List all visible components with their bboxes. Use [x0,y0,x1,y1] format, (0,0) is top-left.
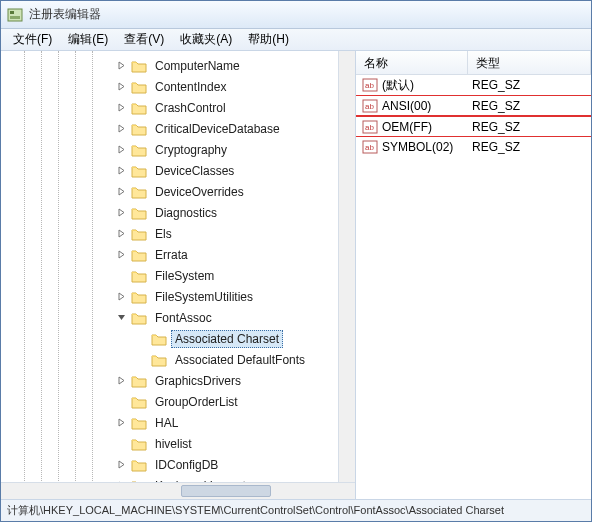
folder-icon [131,311,147,325]
chevron-right-icon[interactable] [116,144,127,155]
chevron-right-icon[interactable] [116,102,127,113]
svg-rect-2 [10,16,20,19]
chevron-right-icon[interactable] [116,459,127,470]
list-row[interactable]: abSYMBOL(02)REG_SZ [356,137,591,157]
chevron-right-icon [136,333,147,344]
tree-item-label: ContentIndex [151,78,230,96]
chevron-right-icon[interactable] [116,417,127,428]
string-value-icon: ab [362,98,378,114]
tree-item[interactable]: FileSystemUtilities [1,286,355,307]
chevron-right-icon [116,270,127,281]
folder-icon [151,332,167,346]
tree-item[interactable]: Cryptography [1,139,355,160]
chevron-right-icon[interactable] [116,123,127,134]
tree-item[interactable]: Errata [1,244,355,265]
tree-item-label: hivelist [151,435,196,453]
chevron-right-icon[interactable] [116,165,127,176]
chevron-right-icon[interactable] [116,228,127,239]
regedit-icon [7,7,23,23]
tree-item[interactable]: IDConfigDB [1,454,355,475]
list-body[interactable]: ab(默认)REG_SZabANSI(00)REG_SZabOEM(FF)REG… [356,75,591,499]
window-title: 注册表编辑器 [29,6,101,23]
chevron-right-icon[interactable] [116,207,127,218]
tree-item[interactable]: HAL [1,412,355,433]
list-row[interactable]: abANSI(00)REG_SZ [356,95,591,116]
string-value-icon: ab [362,139,378,155]
scrollbar-thumb[interactable] [181,485,271,497]
tree-item-label: CrashControl [151,99,230,117]
folder-icon [131,59,147,73]
tree-vscroll[interactable] [338,51,355,482]
chevron-right-icon[interactable] [116,375,127,386]
folder-icon [131,248,147,262]
tree-item[interactable]: DeviceOverrides [1,181,355,202]
menu-file[interactable]: 文件(F) [5,29,60,50]
tree-item[interactable]: Els [1,223,355,244]
chevron-right-icon[interactable] [116,60,127,71]
folder-icon [131,227,147,241]
chevron-right-icon[interactable] [116,81,127,92]
folder-icon [131,290,147,304]
svg-text:ab: ab [365,143,374,152]
value-type: REG_SZ [468,140,520,154]
tree-item-label: ComputerName [151,57,244,75]
tree-item[interactable]: ComputerName [1,55,355,76]
folder-icon [131,206,147,220]
value-type: REG_SZ [468,120,520,134]
tree-item[interactable]: FontAssoc [1,307,355,328]
value-name: (默认) [382,77,468,94]
tree-item-label: HAL [151,414,182,432]
tree-hscroll[interactable] [1,482,355,499]
folder-icon [131,164,147,178]
chevron-right-icon[interactable] [116,249,127,260]
chevron-right-icon [116,396,127,407]
tree-item-label: FontAssoc [151,309,216,327]
chevron-right-icon[interactable] [116,186,127,197]
folder-icon [131,143,147,157]
tree-item[interactable]: CriticalDeviceDatabase [1,118,355,139]
svg-text:ab: ab [365,102,374,111]
svg-text:ab: ab [365,81,374,90]
value-type: REG_SZ [468,78,520,92]
tree-item-label: GraphicsDrivers [151,372,245,390]
tree-item[interactable]: FileSystem [1,265,355,286]
menu-edit[interactable]: 编辑(E) [60,29,116,50]
chevron-right-icon [116,438,127,449]
folder-icon [131,395,147,409]
tree-item[interactable]: hivelist [1,433,355,454]
tree-item[interactable]: CrashControl [1,97,355,118]
value-type: REG_SZ [468,99,520,113]
tree-item-label: DeviceClasses [151,162,238,180]
menu-favorites[interactable]: 收藏夹(A) [172,29,240,50]
tree-item-label: Errata [151,246,192,264]
folder-icon [151,353,167,367]
tree-item-label: CriticalDeviceDatabase [151,120,284,138]
menu-help[interactable]: 帮助(H) [240,29,297,50]
tree-item[interactable]: DeviceClasses [1,160,355,181]
chevron-right-icon[interactable] [116,291,127,302]
list-pane: 名称 类型 ab(默认)REG_SZabANSI(00)REG_SZabOEM(… [356,51,591,499]
list-row[interactable]: ab(默认)REG_SZ [356,75,591,95]
chevron-down-icon[interactable] [116,312,127,323]
tree-item[interactable]: Associated DefaultFonts [1,349,355,370]
folder-icon [131,458,147,472]
tree-item[interactable]: GroupOrderList [1,391,355,412]
value-name: ANSI(00) [382,99,468,113]
tree-item[interactable]: ContentIndex [1,76,355,97]
folder-icon [131,416,147,430]
tree-item[interactable]: Associated Charset [1,328,355,349]
svg-rect-1 [10,11,14,14]
column-name[interactable]: 名称 [356,51,468,74]
column-type[interactable]: 类型 [468,51,591,74]
status-path: 计算机\HKEY_LOCAL_MACHINE\SYSTEM\CurrentCon… [7,504,504,516]
tree-pane[interactable]: ComputerNameContentIndexCrashControlCrit… [1,51,356,499]
tree-item-label: FileSystemUtilities [151,288,257,306]
folder-icon [131,269,147,283]
tree-item[interactable]: GraphicsDrivers [1,370,355,391]
list-header: 名称 类型 [356,51,591,75]
list-row[interactable]: abOEM(FF)REG_SZ [356,116,591,137]
tree-item-label: FileSystem [151,267,218,285]
menu-view[interactable]: 查看(V) [116,29,172,50]
tree-item[interactable]: Diagnostics [1,202,355,223]
folder-icon [131,80,147,94]
